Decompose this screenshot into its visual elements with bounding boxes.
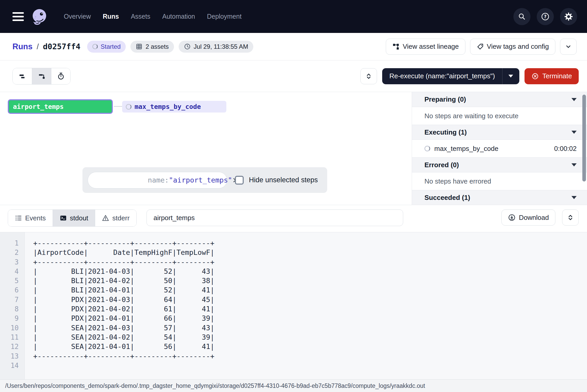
tab-stdout[interactable]: stdout (53, 210, 95, 226)
zoom-fit-button[interactable] (360, 68, 377, 84)
view-flat-button[interactable] (13, 68, 32, 84)
filter-query: "airport_temps" (169, 176, 232, 184)
log-line-number: 3 (0, 257, 24, 267)
terminal-icon (60, 214, 67, 222)
log-line-number: 9 (0, 314, 24, 323)
step-node-max-temps-by-code[interactable]: max_temps_by_code (122, 101, 226, 113)
log-line-gutter: 1234567891011121314 (0, 232, 25, 379)
log-viewer[interactable]: 1234567891011121314 +-----------+-------… (0, 232, 587, 379)
gantt-waterfall-icon (38, 72, 46, 80)
caret-down-icon (571, 163, 577, 166)
expand-log-button[interactable] (562, 209, 579, 226)
timer-icon (57, 72, 65, 80)
nav-item-deployment[interactable]: Deployment (207, 13, 241, 20)
log-line-number: 13 (0, 352, 24, 361)
event-list-icon (15, 214, 22, 222)
section-header-executing[interactable]: Executing (1) (412, 125, 587, 140)
dagster-logo-icon[interactable] (31, 8, 48, 25)
gear-icon (564, 12, 573, 21)
section-empty-message: No steps have errored (412, 172, 587, 190)
run-header-actions: View asset lineage View tags and config (386, 39, 577, 55)
nav-item-runs[interactable]: Runs (103, 13, 119, 20)
section-header-preparing[interactable]: Preparing (0) (412, 92, 587, 107)
log-lines: +-----------+----------+---------+------… (25, 232, 587, 370)
step-filter-input[interactable]: name:"airport_temps" (88, 172, 227, 188)
asset-table-icon (136, 43, 143, 50)
hamburger-menu-icon[interactable] (12, 12, 24, 21)
hide-unselected-checkbox[interactable] (235, 176, 244, 185)
section-header-succeeded[interactable]: Succeeded (1) (412, 190, 587, 205)
log-line-number: 4 (0, 267, 24, 276)
top-nav-bar: Overview Runs Assets Automation Deployme… (0, 0, 587, 33)
breadcrumb: Runs / d0257ff4 (12, 42, 80, 51)
reexecute-dropdown-button[interactable] (502, 68, 519, 84)
log-line-number: 2 (0, 248, 24, 257)
log-line-number: 11 (0, 333, 24, 342)
caret-down-icon (571, 131, 577, 134)
assets-badge[interactable]: 2 assets (130, 41, 174, 53)
tab-events[interactable]: Events (8, 210, 53, 226)
nav-right-actions: ? (513, 8, 577, 25)
step-node-airport-temps[interactable]: airport_temps (8, 99, 113, 114)
section-empty-message: No steps are waiting to execute (412, 107, 587, 125)
log-line: | SEA|2021-04-01| 56| 41| (33, 342, 587, 351)
executing-step-elapsed: 0:00:02 (554, 145, 577, 153)
log-line: |AirportCode| Date|TempHighF|TempLowF| (33, 248, 587, 257)
nav-item-automation[interactable]: Automation (162, 13, 195, 20)
executing-step-row[interactable]: max_temps_by_code 0:00:02 (412, 140, 587, 157)
log-line: +-----------+----------+---------+------… (33, 239, 587, 248)
run-header: Runs / d0257ff4 Started 2 assets (0, 33, 587, 60)
run-gantt-section: airport_temps max_temps_by_code name:"ai… (0, 92, 587, 205)
unfold-icon (567, 214, 574, 221)
search-icon (518, 12, 526, 21)
download-button[interactable]: Download (501, 209, 555, 226)
run-id: d0257ff4 (43, 42, 81, 51)
log-path-footer: /Users/ben/repos/components_demo/spark-d… (0, 379, 587, 392)
log-line: | PDX|2021-04-02| 61| 41| (33, 304, 587, 314)
view-tags-and-config-button[interactable]: View tags and config (470, 39, 555, 55)
gantt-graph-area: airport_temps max_temps_by_code name:"ai… (0, 92, 412, 205)
nav-item-overview[interactable]: Overview (64, 13, 91, 20)
search-button[interactable] (513, 8, 530, 25)
log-line: +-----------+----------+---------+------… (33, 257, 587, 267)
log-file-path: /Users/ben/repos/components_demo/spark-d… (5, 382, 425, 389)
spinner-icon (424, 146, 430, 151)
tab-stderr[interactable]: stderr (95, 210, 136, 226)
section-header-errored[interactable]: Errored (0) (412, 157, 587, 172)
log-line: | PDX|2021-04-03| 64| 45| (33, 295, 587, 304)
breadcrumb-runs-link[interactable]: Runs (12, 42, 33, 51)
dagster-run-page: Overview Runs Assets Automation Deployme… (0, 0, 587, 392)
hide-unselected-control: Hide unselected steps (235, 176, 318, 185)
reexecute-button[interactable]: Re-execute (name:"airport_temps") (382, 68, 502, 84)
log-line: +-----------+----------+---------+------… (33, 352, 587, 361)
log-line: | BLI|2021-04-03| 52| 43| (33, 267, 587, 276)
step-filter-panel: name:"airport_temps" Hide unselected ste… (82, 167, 327, 193)
log-line-number: 14 (0, 361, 24, 370)
lineage-icon (392, 43, 400, 50)
executing-step-name: max_temps_by_code (434, 145, 498, 153)
log-file-filter-input[interactable] (146, 209, 403, 226)
log-line-number: 1 (0, 239, 24, 248)
settings-button[interactable] (560, 8, 577, 25)
clock-icon (184, 43, 191, 50)
view-asset-lineage-button[interactable]: View asset lineage (386, 39, 465, 55)
log-line: | BLI|2021-04-02| 50| 38| (33, 276, 587, 285)
log-line-number: 5 (0, 276, 24, 285)
run-toolbar: Re-execute (name:"airport_temps") Termin… (0, 60, 587, 92)
hide-unselected-label: Hide unselected steps (249, 176, 318, 184)
nav-item-assets[interactable]: Assets (131, 13, 150, 20)
log-line-number: 10 (0, 323, 24, 333)
view-waterfall-button[interactable] (32, 68, 51, 84)
filter-prefix: name: (148, 176, 169, 184)
panel-scrollbar[interactable] (582, 95, 586, 181)
chevron-down-icon (565, 43, 572, 50)
view-timer-button[interactable] (51, 68, 70, 84)
more-run-actions-button[interactable] (560, 39, 577, 55)
run-badges: Started 2 assets Jul 29, 11:38:55 AM (87, 41, 253, 53)
graph-edge (114, 106, 122, 107)
log-line-number: 12 (0, 342, 24, 351)
help-icon: ? (541, 12, 550, 21)
log-line: | SEA|2021-04-02| 54| 39| (33, 333, 587, 342)
terminate-button[interactable]: Terminate (525, 68, 579, 84)
help-button[interactable]: ? (537, 8, 554, 25)
